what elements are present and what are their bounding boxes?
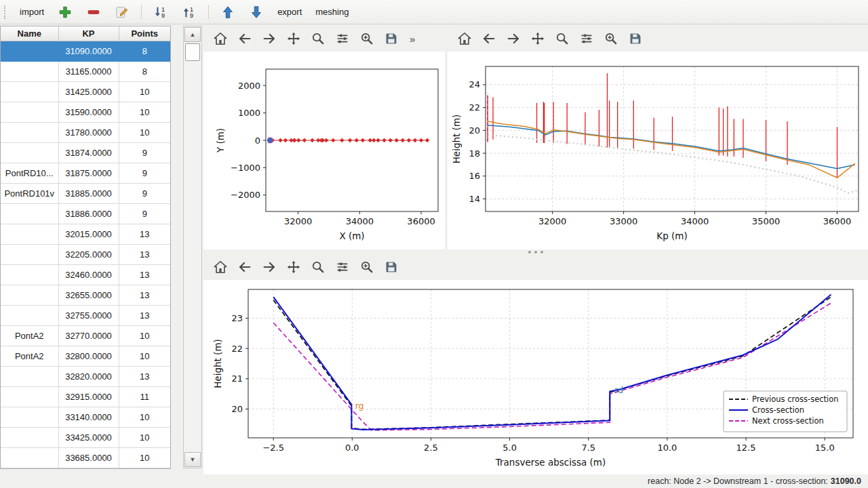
cell-points[interactable]: 13 (119, 305, 170, 325)
table-row[interactable]: 33140.000010 (1, 407, 170, 427)
home-button[interactable] (212, 258, 229, 276)
cell-kp[interactable]: 31875.0000 (58, 163, 119, 183)
table-row[interactable]: 32655.000013 (1, 285, 170, 305)
cell-kp[interactable]: 31886.0000 (58, 203, 119, 224)
back-button[interactable] (480, 30, 498, 47)
cell-kp[interactable]: 32015.0000 (58, 224, 119, 244)
import-button[interactable]: import (14, 4, 50, 20)
save-button[interactable] (382, 30, 400, 47)
table-row[interactable]: 33425.000010 (1, 427, 170, 447)
pan-button[interactable] (285, 30, 302, 47)
export-button[interactable]: export (271, 4, 308, 20)
table-row[interactable]: 31165.00008 (1, 61, 170, 81)
forward-button[interactable] (260, 30, 278, 47)
table-row[interactable]: PontRD10...31875.00009 (1, 163, 170, 183)
column-header-points[interactable]: Points (119, 26, 170, 41)
customize-button[interactable] (602, 30, 620, 47)
cell-kp[interactable]: 33685.0000 (58, 447, 119, 468)
table-row[interactable]: 31425.000010 (1, 81, 170, 102)
table-row[interactable]: 31886.00009 (1, 203, 170, 224)
pan-button[interactable] (285, 258, 302, 276)
home-button[interactable] (212, 30, 229, 47)
scroll-up-button[interactable]: ▲ (184, 27, 201, 42)
toolbar-drag-handle[interactable] (4, 5, 8, 19)
cell-name[interactable]: PontA2 (1, 346, 58, 366)
table-row[interactable]: 32205.000013 (1, 244, 170, 264)
cell-name[interactable] (1, 102, 58, 122)
cell-points[interactable]: 9 (119, 183, 170, 203)
table-row[interactable]: 31780.000010 (1, 122, 170, 142)
scrollbar-track[interactable] (184, 62, 201, 451)
cell-points[interactable]: 13 (119, 244, 170, 264)
cell-name[interactable] (1, 41, 58, 61)
cell-kp[interactable]: 31165.0000 (58, 61, 119, 81)
horizontal-splitter[interactable] (203, 249, 868, 254)
cell-kp[interactable]: 31090.0000 (58, 41, 119, 61)
cell-points[interactable]: 10 (119, 122, 170, 142)
table-row[interactable]: 32755.000013 (1, 305, 170, 325)
customize-button[interactable] (358, 30, 376, 47)
edit-section-button[interactable] (108, 2, 136, 22)
cell-points[interactable]: 10 (119, 407, 170, 427)
pan-button[interactable] (529, 30, 547, 47)
cell-points[interactable]: 10 (119, 346, 170, 366)
plan-view-canvas[interactable]: 320003400036000−2000−1000010002000X (m)Y… (203, 52, 445, 249)
cell-kp[interactable]: 32205.0000 (58, 244, 119, 264)
cell-name[interactable]: PontA2 (1, 325, 58, 346)
cell-points[interactable]: 10 (119, 81, 170, 102)
cell-kp[interactable]: 33140.0000 (58, 407, 119, 427)
cell-name[interactable] (1, 285, 58, 305)
cell-points[interactable]: 11 (119, 386, 170, 407)
cell-name[interactable] (1, 142, 58, 163)
cell-name[interactable] (1, 427, 58, 447)
table-scrollbar[interactable]: ▲ ▼ (183, 26, 202, 468)
cross-section-canvas[interactable]: −2.50.02.55.07.510.012.515.020212223Tran… (203, 280, 868, 474)
cell-name[interactable] (1, 264, 58, 285)
table-row[interactable]: 33685.000010 (1, 447, 170, 468)
table-row[interactable]: 32915.000011 (1, 386, 170, 407)
cell-points[interactable]: 10 (119, 447, 170, 468)
cell-name[interactable] (1, 224, 58, 244)
longitudinal-profile-canvas[interactable]: 3200033000340003500036000141618202224Kp … (448, 52, 868, 249)
cell-kp[interactable]: 31425.0000 (58, 81, 119, 102)
cell-kp[interactable]: 31874.0000 (58, 142, 119, 163)
table-row[interactable]: 32460.000013 (1, 264, 170, 285)
cell-kp[interactable]: 32820.0000 (58, 366, 119, 386)
cell-points[interactable]: 13 (119, 264, 170, 285)
table-row[interactable]: PontA232800.000010 (1, 346, 170, 366)
table-row[interactable]: 32015.000013 (1, 224, 170, 244)
cell-points[interactable]: 13 (119, 285, 170, 305)
table-row[interactable]: PontA232770.000010 (1, 325, 170, 346)
cell-kp[interactable]: 31780.0000 (58, 122, 119, 142)
cell-kp[interactable]: 32770.0000 (58, 325, 119, 346)
customize-button[interactable] (358, 258, 376, 276)
cell-kp[interactable]: 32800.0000 (58, 346, 119, 366)
toolbar-overflow-button[interactable]: » (410, 33, 415, 45)
cell-kp[interactable]: 31590.0000 (58, 102, 119, 122)
cell-kp[interactable]: 32655.0000 (58, 285, 119, 305)
meshing-button[interactable]: meshing (309, 4, 355, 20)
table-row[interactable]: 32820.000013 (1, 366, 170, 386)
cell-kp[interactable]: 32460.0000 (58, 264, 119, 285)
save-button[interactable] (382, 258, 400, 276)
move-up-button[interactable] (214, 2, 241, 22)
column-header-name[interactable]: Name (1, 26, 58, 41)
table-row[interactable]: 31590.000010 (1, 102, 170, 122)
cell-name[interactable] (1, 305, 58, 325)
cell-kp[interactable]: 32755.0000 (58, 305, 119, 325)
forward-button[interactable] (505, 30, 522, 47)
move-down-button[interactable] (243, 2, 270, 22)
forward-button[interactable] (260, 258, 278, 276)
cell-name[interactable] (1, 61, 58, 81)
home-button[interactable] (456, 30, 473, 47)
scroll-down-button[interactable]: ▼ (184, 452, 201, 467)
cell-kp[interactable]: 33425.0000 (58, 427, 119, 447)
cell-name[interactable]: PontRD101v (1, 183, 58, 203)
cell-name[interactable]: PontRD10... (1, 163, 58, 183)
sort-descending-button[interactable] (147, 2, 174, 22)
cell-name[interactable] (1, 122, 58, 142)
table-row[interactable]: 31874.00009 (1, 142, 170, 163)
cell-points[interactable]: 9 (119, 163, 170, 183)
cell-points[interactable]: 8 (119, 41, 170, 61)
add-section-button[interactable] (52, 2, 79, 22)
